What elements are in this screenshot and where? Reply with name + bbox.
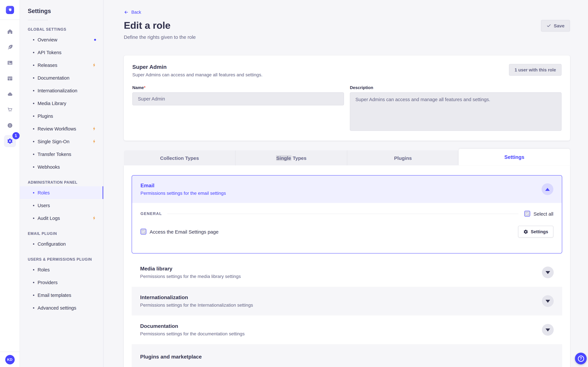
lightning-icon [92, 216, 97, 221]
internationalization-accordion[interactable]: Internationalization Permissions setting… [132, 287, 562, 316]
chevron-down-icon [545, 300, 550, 303]
section-users-permissions-plugin: USERS & PERMISSIONS PLUGIN Roles Provide… [20, 257, 103, 314]
home-icon[interactable] [0, 24, 20, 39]
bullet [33, 243, 34, 244]
plugins-marketplace-accordion[interactable]: Plugins and marketplace [132, 344, 562, 367]
sidebar-item-plugins[interactable]: Plugins [20, 110, 103, 122]
sidebar-item-documentation[interactable]: Documentation [20, 71, 103, 84]
lightning-icon [92, 126, 97, 131]
bullet [33, 282, 34, 283]
access-email-settings-checkbox[interactable]: Access the Email Settings page [140, 229, 218, 234]
section-administration-panel: ADMINISTRATION PANEL Roles Users Audit L… [20, 180, 103, 225]
rail-header [0, 0, 20, 20]
sidebar-item-up-roles[interactable]: Roles [20, 263, 103, 276]
check-icon [547, 24, 551, 28]
gear-icon [7, 138, 13, 144]
sidebar-item-configuration[interactable]: Configuration [20, 237, 103, 250]
sidebar-item-users[interactable]: Users [20, 199, 103, 212]
description-field-group: Description Super Admins can access and … [350, 85, 562, 132]
chevron-down-icon [545, 328, 550, 331]
gear-icon [523, 229, 528, 234]
collapse-button[interactable] [542, 183, 553, 195]
sidebar-item-audit-logs[interactable]: Audit Logs [20, 212, 103, 225]
tab-settings[interactable]: Settings [459, 149, 570, 165]
bullet [33, 115, 34, 117]
email-accordion-body: GENERAL Select all Access th [132, 203, 562, 253]
description-textarea[interactable]: Super Admins can access and manage all f… [350, 92, 562, 131]
tab-plugins[interactable]: Plugins [347, 150, 459, 165]
expand-button[interactable] [542, 324, 554, 336]
sidebar-item-internationalization[interactable]: Internationalization [20, 84, 103, 97]
section-label: GLOBAL SETTINGS [28, 27, 103, 31]
sidebar-item-overview[interactable]: Overview [20, 33, 103, 46]
content-manager-icon[interactable] [0, 39, 20, 55]
tab-collection-types[interactable]: Collection Types [124, 150, 235, 165]
select-all-checkbox[interactable]: Select all [524, 211, 553, 217]
tab-single-types[interactable]: Single Types [235, 150, 347, 165]
users-with-role-button[interactable]: 1 user with this role [509, 64, 562, 76]
email-permissions-accordion: Email Permissions settings for the email… [132, 175, 562, 253]
bullet [33, 128, 34, 129]
sidebar-item-review-workflows[interactable]: Review Workflows [20, 122, 103, 135]
sidebar-item-advanced-settings[interactable]: Advanced settings [20, 301, 103, 314]
name-input[interactable] [132, 92, 344, 105]
info-icon[interactable] [0, 117, 20, 133]
marketplace-cart-icon[interactable] [0, 102, 20, 117]
role-description-heading: Super Admins can access and manage all f… [132, 72, 262, 77]
chevron-up-icon [545, 188, 550, 191]
bullet [33, 39, 34, 40]
checkbox-checked[interactable] [524, 211, 530, 217]
select-all-label: Select all [533, 211, 553, 217]
strapi-admin-app: 1 KD Settings GLOBAL SETTINGS Overview A… [0, 0, 588, 367]
user-avatar[interactable]: KD [5, 355, 15, 364]
documentation-accordion[interactable]: Documentation Permissions settings for t… [132, 316, 562, 344]
bullet [33, 307, 34, 309]
help-button[interactable]: ? [575, 353, 587, 364]
sidebar-item-webhooks[interactable]: Webhooks [20, 160, 103, 173]
name-field-group: Name* [132, 85, 344, 132]
sidebar-title: Settings [28, 8, 103, 15]
back-link[interactable]: Back [124, 0, 141, 15]
media-library-accordion[interactable]: Media library Permissions settings for t… [132, 258, 562, 287]
permissions-tabs: Collection Types Single Types Plugins Se… [124, 150, 570, 165]
required-asterisk: * [144, 85, 146, 90]
content-type-builder-icon[interactable] [0, 70, 20, 86]
sidebar-item-single-sign-on[interactable]: Single Sign-On [20, 135, 103, 148]
question-mark-icon: ? [578, 355, 584, 362]
rail-icon-list: 1 [0, 20, 20, 149]
notification-dot [94, 39, 96, 41]
sidebar-divider [28, 20, 48, 20]
sidebar-item-roles[interactable]: Roles [20, 186, 103, 199]
section-label: USERS & PERMISSIONS PLUGIN [28, 257, 103, 261]
strapi-logo[interactable] [6, 6, 14, 14]
section-label: EMAIL PLUGIN [28, 232, 103, 235]
deploy-cloud-icon[interactable] [0, 86, 20, 102]
email-settings-button[interactable]: Settings [518, 226, 553, 237]
email-accordion-header[interactable]: Email Permissions settings for the email… [132, 175, 562, 203]
sidebar-item-providers[interactable]: Providers [20, 276, 103, 289]
bullet [33, 90, 34, 91]
role-details-card: Super Admin Super Admins can access and … [124, 55, 570, 141]
expand-button[interactable] [542, 295, 554, 307]
nav-rail: 1 KD [0, 0, 20, 367]
name-label: Name* [132, 85, 344, 90]
save-button[interactable]: Save [541, 20, 570, 32]
section-label: ADMINISTRATION PANEL [28, 180, 103, 184]
sidebar-item-releases[interactable]: Releases [20, 59, 103, 71]
permissions-accordion-list: Media library Permissions settings for t… [132, 258, 562, 367]
settings-sidebar: Settings GLOBAL SETTINGS Overview API To… [20, 0, 104, 367]
back-arrow-icon [124, 10, 129, 15]
media-library-icon[interactable] [0, 55, 20, 70]
strapi-logo-icon [7, 7, 12, 12]
sidebar-item-media-library[interactable]: Media Library [20, 97, 103, 110]
bullet [33, 153, 34, 155]
sidebar-item-api-tokens[interactable]: API Tokens [20, 46, 103, 59]
checkbox-checked[interactable] [140, 229, 146, 234]
settings-gear-active-bg: 1 [4, 135, 16, 147]
settings-gear-rail-item[interactable]: 1 [0, 133, 20, 149]
lightning-icon [92, 63, 97, 67]
sidebar-item-transfer-tokens[interactable]: Transfer Tokens [20, 148, 103, 160]
sidebar-item-email-templates[interactable]: Email templates [20, 289, 103, 301]
expand-button[interactable] [542, 267, 554, 278]
bullet [33, 192, 34, 193]
